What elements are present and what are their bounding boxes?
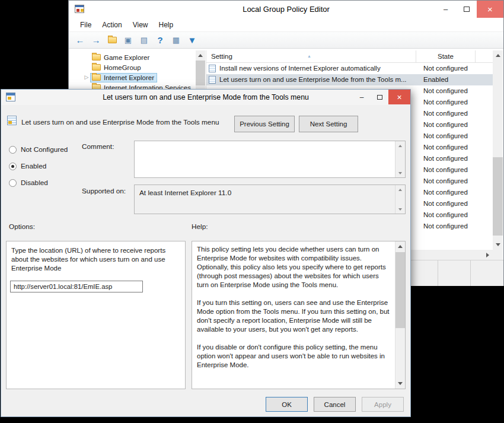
scrollbar-thumb[interactable] — [395, 252, 405, 328]
help-scrollbar[interactable] — [395, 241, 405, 389]
ok-button[interactable]: OK — [266, 397, 308, 412]
filter-button[interactable]: ▼ — [186, 34, 199, 47]
options-panel: Type the location (URL) of where to rece… — [6, 241, 186, 389]
close-button[interactable]: × — [477, 1, 503, 18]
forward-button[interactable]: → — [90, 34, 103, 47]
menu-file[interactable]: File — [75, 21, 97, 29]
column-header-state[interactable]: State — [416, 50, 476, 63]
console-tree-icon: ▣ — [125, 36, 132, 44]
dialog-titlebar[interactable]: Let users turn on and use Enterprise Mod… — [1, 90, 410, 105]
toolbar: ← → ▣ ▤ ? ▦ ▼ — [69, 32, 503, 49]
scroll-up-arrow[interactable] — [196, 50, 205, 61]
folder-icon — [92, 74, 101, 81]
policy-name: Let users turn on and use Enterprise Mod… — [21, 118, 219, 126]
sort-ascending-icon: ▲ — [307, 50, 311, 62]
report-url-input[interactable] — [10, 281, 143, 292]
cancel-button[interactable]: Cancel — [314, 397, 356, 412]
options-description: Type the location (URL) of where to rece… — [7, 241, 185, 273]
scroll-up-arrow[interactable] — [395, 241, 405, 252]
close-icon: × — [397, 93, 401, 102]
menu-view[interactable]: View — [127, 21, 154, 29]
maximize-icon — [377, 95, 382, 100]
scroll-up-arrow[interactable] — [395, 185, 405, 194]
previous-setting-button[interactable]: Previous Setting — [234, 116, 295, 132]
export-list-button[interactable]: ▤ — [138, 34, 151, 47]
help-paragraph: This policy setting lets you decide whet… — [197, 245, 391, 290]
back-icon: ← — [76, 35, 85, 45]
gpedit-titlebar[interactable]: Local Group Policy Editor – × — [69, 1, 503, 18]
scroll-up-arrow[interactable] — [395, 141, 405, 150]
right-arrow-icon — [486, 253, 489, 257]
radio-enabled[interactable]: Enabled — [9, 161, 46, 171]
column-label: Setting — [211, 53, 232, 60]
state-cell: Not configured — [423, 63, 468, 74]
supported-scrollbar[interactable] — [395, 185, 405, 214]
state-cell: Not configured — [423, 97, 468, 108]
menubar: File Action View Help — [69, 18, 503, 32]
scroll-down-arrow[interactable] — [395, 205, 405, 214]
scroll-right-arrow[interactable] — [483, 250, 493, 260]
dialog-minimize-button[interactable]: – — [353, 90, 371, 104]
tree-item-internet-explorer[interactable]: ▷ Internet Explorer — [83, 72, 157, 82]
maximize-button[interactable] — [456, 1, 477, 18]
scroll-down-arrow[interactable] — [395, 379, 405, 389]
supported-on-label: Supported on: — [82, 187, 126, 195]
menu-help[interactable]: Help — [154, 21, 179, 29]
state-cell: Not configured — [423, 198, 468, 209]
state-cell: Not configured — [423, 164, 468, 176]
minimize-icon: – — [444, 5, 448, 14]
scrollbar-thumb[interactable] — [493, 157, 503, 236]
vertical-scrollbar[interactable] — [493, 50, 503, 250]
close-icon: × — [487, 4, 493, 14]
up-arrow-icon — [398, 145, 402, 147]
console-tree-button[interactable]: ▣ — [122, 34, 135, 47]
help-panel: This policy setting lets you decide whet… — [192, 241, 406, 389]
list-row[interactable]: Install new versions of Internet Explore… — [206, 63, 493, 74]
scrollbar-thumb[interactable] — [196, 61, 205, 85]
column-header-setting[interactable]: Setting ▲ — [206, 50, 416, 63]
comment-label: Comment: — [82, 142, 114, 151]
supported-on-box: At least Internet Explorer 11.0 — [134, 185, 406, 214]
state-cell: Not configured — [423, 131, 468, 142]
state-cell: Not configured — [423, 221, 468, 232]
apply-button[interactable]: Apply — [362, 397, 404, 412]
scroll-down-arrow[interactable] — [493, 240, 503, 250]
expand-arrow-icon[interactable]: ▷ — [83, 72, 90, 82]
scrollbar-corner — [493, 250, 503, 260]
state-cell: Not configured — [423, 85, 468, 97]
comment-input[interactable] — [134, 141, 406, 178]
state-cell: Not configured — [423, 187, 468, 198]
tree-item-game-explorer[interactable]: Game Explorer — [83, 52, 152, 62]
help-button[interactable]: ? — [154, 34, 167, 47]
dialog-maximize-button[interactable] — [371, 90, 388, 104]
radio-checked-icon — [9, 163, 17, 170]
export-list-icon: ▤ — [141, 36, 148, 44]
state-cell: Not configured — [423, 142, 468, 153]
radio-icon — [9, 179, 17, 187]
properties-button[interactable]: ▦ — [170, 34, 183, 47]
scroll-down-arrow[interactable] — [395, 168, 405, 177]
list-header: Setting ▲ State — [206, 50, 493, 63]
next-setting-button[interactable]: Next Setting — [299, 116, 358, 132]
tree-item-homegroup[interactable]: HomeGroup — [83, 62, 144, 72]
filter-icon: ▼ — [188, 35, 197, 45]
up-one-level-icon — [108, 37, 117, 43]
up-arrow-icon — [198, 54, 203, 57]
dialog-close-button[interactable]: × — [388, 90, 410, 104]
policy-header-icon — [7, 116, 17, 125]
radio-disabled[interactable]: Disabled — [9, 178, 48, 187]
list-row-selected[interactable]: Let users turn on and use Enterprise Mod… — [206, 74, 493, 85]
comment-scrollbar[interactable] — [395, 141, 405, 177]
scroll-up-arrow[interactable] — [493, 50, 503, 61]
back-button[interactable]: ← — [74, 34, 87, 47]
down-arrow-icon — [398, 382, 403, 385]
folder-icon — [92, 54, 101, 61]
minimize-button[interactable]: – — [435, 1, 456, 18]
radio-label: Not Configured — [21, 145, 68, 154]
up-one-level-button[interactable] — [106, 34, 119, 47]
up-arrow-icon — [398, 245, 403, 248]
state-cell: Not configured — [423, 108, 468, 119]
tree-item-label: Internet Explorer — [104, 74, 154, 81]
radio-not-configured[interactable]: Not Configured — [9, 145, 68, 154]
menu-action[interactable]: Action — [97, 21, 127, 29]
